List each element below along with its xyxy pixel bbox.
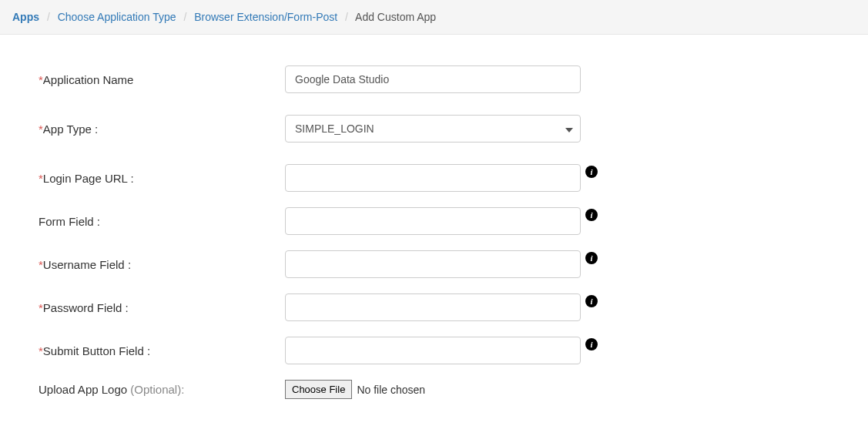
breadcrumb-link-choose-type[interactable]: Choose Application Type <box>58 11 176 23</box>
label-text: Username Field : <box>43 258 131 271</box>
form-field-input[interactable] <box>285 207 581 235</box>
label-text: Form Field : <box>39 215 100 228</box>
label-username-field: *Username Field : <box>39 258 285 271</box>
app-name-input[interactable] <box>285 65 581 93</box>
login-url-input[interactable] <box>285 164 581 192</box>
label-text: App Type : <box>43 122 98 136</box>
label-text: Login Page URL : <box>43 172 134 185</box>
optional-marker: (Optional): <box>130 383 184 396</box>
breadcrumb-separator: / <box>47 11 50 23</box>
breadcrumb-separator: / <box>345 11 348 23</box>
breadcrumb-current: Add Custom App <box>355 11 436 23</box>
label-text: Password Field : <box>43 301 129 314</box>
label-app-name: *Application Name <box>39 73 285 86</box>
submit-field-input[interactable] <box>285 337 581 364</box>
info-icon[interactable]: i <box>585 209 598 221</box>
label-upload-logo: Upload App Logo (Optional): <box>39 383 285 396</box>
breadcrumb: Apps / Choose Application Type / Browser… <box>0 0 868 35</box>
label-app-type: *App Type : <box>39 122 285 136</box>
breadcrumb-link-browser-ext[interactable]: Browser Extension/Form-Post <box>194 11 337 23</box>
label-login-url: *Login Page URL : <box>39 172 285 185</box>
form-container: *Application Name *App Type : SIMPLE_LOG… <box>0 35 868 436</box>
label-password-field: *Password Field : <box>39 301 285 314</box>
choose-file-button[interactable]: Choose File <box>285 380 352 399</box>
label-submit-field: *Submit Button Field : <box>39 344 285 357</box>
breadcrumb-link-apps[interactable]: Apps <box>12 11 39 23</box>
info-icon[interactable]: i <box>585 166 598 178</box>
password-field-input[interactable] <box>285 293 581 321</box>
info-icon[interactable]: i <box>585 252 598 264</box>
label-text: Application Name <box>43 73 134 86</box>
app-type-select[interactable]: SIMPLE_LOGIN <box>285 115 581 143</box>
label-text: Upload App Logo <box>39 383 130 396</box>
label-form-field: Form Field : <box>39 215 285 228</box>
info-icon[interactable]: i <box>585 295 598 307</box>
info-icon[interactable]: i <box>585 338 598 350</box>
file-status-text: No file chosen <box>357 384 425 396</box>
username-field-input[interactable] <box>285 250 581 278</box>
label-text: Submit Button Field : <box>43 344 150 357</box>
breadcrumb-separator: / <box>183 11 186 23</box>
